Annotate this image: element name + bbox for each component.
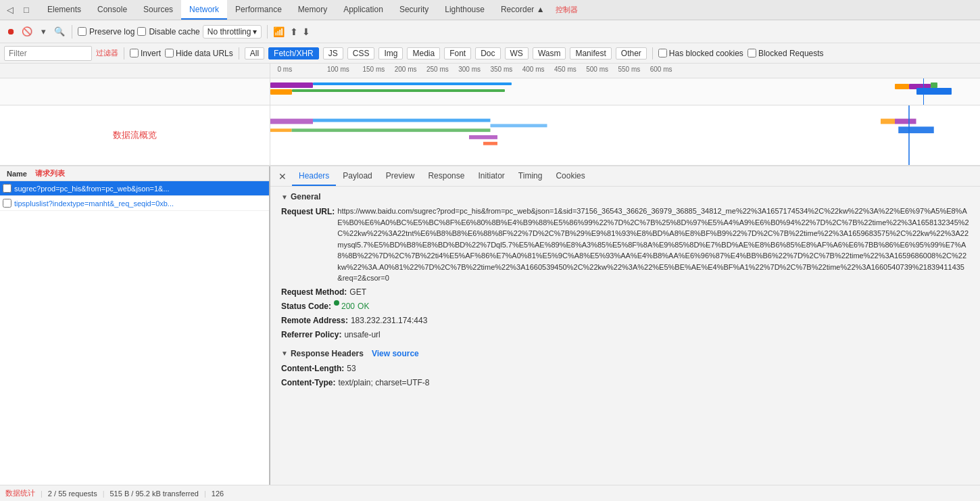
- record-button[interactable]: ⏺: [4, 25, 18, 39]
- request-item-1[interactable]: tipspluslist?indextype=manht&_req_seqid=…: [0, 196, 269, 211]
- detail-content: ▼ General Request URL: https://www.baidu…: [270, 187, 980, 485]
- filter-btn-img[interactable]: Img: [378, 47, 403, 59]
- blocked-requests-checkbox[interactable]: [748, 49, 756, 57]
- tab-lighthouse[interactable]: Lighthouse: [437, 0, 493, 20]
- tab-performance[interactable]: Performance: [227, 0, 290, 20]
- timeline-header: 0 ms 100 ms 150 ms 200 ms 250 ms 300 ms …: [0, 64, 980, 78]
- invert-checkbox-label[interactable]: Invert: [130, 49, 161, 58]
- response-headers-section: ▼ Response Headers View source Content-L…: [281, 349, 969, 389]
- filter-btn-ws[interactable]: WS: [505, 47, 529, 59]
- tick-450ms: 450 ms: [554, 66, 577, 73]
- toolbar-divider-2: [267, 25, 268, 39]
- svg-rect-1: [270, 128, 292, 132]
- filter-btn-wasm[interactable]: Wasm: [533, 47, 566, 59]
- disable-cache-checkbox-label[interactable]: Disable cache: [137, 27, 199, 37]
- tab-recorder[interactable]: Recorder ▲: [493, 0, 553, 20]
- disable-cache-checkbox[interactable]: [137, 27, 146, 36]
- invert-checkbox[interactable]: [130, 49, 139, 57]
- inspect-icon[interactable]: ◁: [3, 3, 18, 18]
- tick-200ms: 200 ms: [395, 66, 417, 73]
- clear-button[interactable]: 🚫: [20, 25, 34, 39]
- filter-toggle-button[interactable]: ▾: [36, 25, 50, 39]
- has-blocked-cookies-checkbox[interactable]: [658, 49, 667, 57]
- wifi-icon: 📶: [273, 26, 285, 37]
- preserve-log-checkbox[interactable]: [78, 27, 87, 36]
- throttle-select[interactable]: No throttling ▾: [203, 25, 262, 39]
- filter-divider-1: [124, 47, 124, 59]
- waterfall-name-col: [0, 78, 270, 105]
- tick-600ms: 600 ms: [650, 66, 672, 73]
- preserve-log-checkbox-label[interactable]: Preserve log: [78, 27, 134, 37]
- tab-console[interactable]: Console: [89, 0, 135, 20]
- detail-tab-preview[interactable]: Preview: [379, 166, 422, 186]
- detail-tabs: ✕ Headers Payload Preview Response Initi…: [270, 166, 980, 187]
- svg-rect-5: [483, 142, 497, 145]
- hide-data-urls-checkbox[interactable]: [165, 49, 174, 57]
- hide-data-urls-checkbox-label[interactable]: Hide data URLs: [165, 49, 233, 58]
- detail-tab-initiator[interactable]: Initiator: [471, 166, 511, 186]
- svg-rect-7: [881, 119, 895, 124]
- content-length-row: Content-Length: 53: [281, 362, 969, 375]
- tab-memory[interactable]: Memory: [290, 0, 335, 20]
- search-button[interactable]: 🔍: [53, 25, 66, 39]
- tick-400ms: 400 ms: [522, 66, 545, 73]
- status-code-row: Status Code: 200 OK: [281, 300, 969, 312]
- tab-network[interactable]: Network: [181, 0, 227, 20]
- tick-300ms: 300 ms: [458, 66, 481, 73]
- response-headers-triangle-icon: ▼: [281, 350, 288, 357]
- filter-btn-css[interactable]: CSS: [347, 47, 375, 59]
- main-area: Name 请求列表 sugrec?prod=pc_his&from=pc_web…: [0, 166, 980, 485]
- blocked-requests-label[interactable]: Blocked Requests: [748, 49, 824, 58]
- remote-address-value: 183.232.231.174:443: [351, 314, 427, 327]
- filter-label-cn: 过滤器: [96, 48, 118, 58]
- status-bar: 数据统计 | 2 / 55 requests | 515 B / 95.2 kB…: [0, 485, 980, 501]
- filter-divider-3: [652, 47, 653, 59]
- tab-elements[interactable]: Elements: [39, 0, 89, 20]
- device-icon[interactable]: □: [19, 3, 34, 18]
- content-type-value: text/plain; charset=UTF-8: [338, 377, 429, 389]
- tick-150ms: 150 ms: [363, 66, 385, 73]
- status-bar-label-cn: 数据统计: [5, 488, 35, 498]
- tab-application[interactable]: Application: [335, 0, 391, 20]
- request-checkbox-1[interactable]: [3, 199, 11, 208]
- filter-btn-doc[interactable]: Doc: [475, 47, 500, 59]
- svg-rect-4: [469, 135, 497, 139]
- request-checkbox-0[interactable]: [3, 184, 11, 193]
- tab-sources[interactable]: Sources: [135, 0, 181, 20]
- filter-btn-other[interactable]: Other: [616, 47, 647, 59]
- filter-btn-fetch-xhr[interactable]: Fetch/XHR: [268, 47, 319, 59]
- filter-btn-all[interactable]: All: [245, 47, 264, 59]
- status-code-value: 200: [341, 300, 355, 312]
- download-icon[interactable]: ⬇: [302, 26, 310, 37]
- upload-icon[interactable]: ⬆: [290, 26, 298, 37]
- svg-rect-0: [270, 119, 313, 124]
- throttle-chevron-icon: ▾: [253, 27, 257, 37]
- general-section-title: ▼ General: [281, 192, 969, 201]
- has-blocked-cookies-label[interactable]: Has blocked cookies: [658, 49, 743, 58]
- tab-security[interactable]: Security: [391, 0, 437, 20]
- tick-100ms: 100 ms: [327, 66, 349, 73]
- request-item-0[interactable]: sugrec?prod=pc_his&from=pc_web&json=1&..…: [0, 181, 269, 196]
- tick-0ms: 0 ms: [278, 66, 293, 73]
- detail-tab-response[interactable]: Response: [421, 166, 471, 186]
- detail-close-button[interactable]: ✕: [273, 171, 292, 182]
- status-size: 515 B / 95.2 kB transferred: [110, 490, 199, 498]
- request-url-value[interactable]: https://www.baidu.com/sugrec?prod=pc_his…: [337, 206, 969, 284]
- detail-tab-payload[interactable]: Payload: [336, 166, 378, 186]
- content-type-row: Content-Type: text/plain; charset=UTF-8: [281, 377, 969, 389]
- req-header-name: Name: [3, 168, 31, 179]
- content-length-value: 53: [347, 362, 356, 375]
- filter-btn-manifest[interactable]: Manifest: [570, 47, 611, 59]
- svg-rect-9: [898, 126, 934, 133]
- filter-btn-font[interactable]: Font: [444, 47, 471, 59]
- detail-tab-timing[interactable]: Timing: [512, 166, 549, 186]
- detail-tab-cookies[interactable]: Cookies: [549, 166, 591, 186]
- tab-bar: ◁ □ Elements Console Sources Network Per…: [0, 0, 980, 20]
- filter-btn-js[interactable]: JS: [323, 47, 343, 59]
- timeline-waterfall: [0, 78, 980, 105]
- tick-550ms: 550 ms: [618, 66, 641, 73]
- view-source-link[interactable]: View source: [372, 349, 419, 358]
- detail-tab-headers[interactable]: Headers: [292, 166, 336, 186]
- filter-input[interactable]: [4, 46, 92, 61]
- filter-btn-media[interactable]: Media: [407, 47, 440, 59]
